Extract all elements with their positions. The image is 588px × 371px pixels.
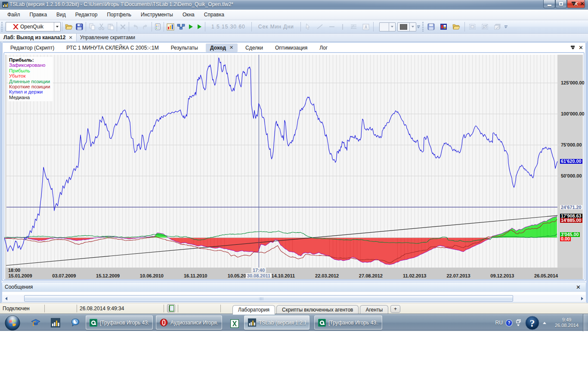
interval-buttons[interactable]: 1 5 15 30 60: [207, 24, 250, 30]
x-axis-date-label: 27.08.2012: [359, 273, 383, 278]
toolbar-separator: [152, 22, 152, 31]
taskbar-button-0[interactable]: [Труфанов Игорь 43...: [86, 315, 153, 330]
pinned-icon-tslab[interactable]: [50, 317, 61, 328]
menu-редактор[interactable]: Редактор: [71, 10, 102, 19]
line-style-combo[interactable]: [379, 22, 396, 31]
panel-menu-icon[interactable]: [571, 46, 575, 50]
tab-menu-icon[interactable]: [572, 2, 576, 6]
tray-question-app-icon[interactable]: ?: [525, 316, 539, 330]
menu-окна[interactable]: Окна: [178, 10, 199, 19]
close-panel-icon[interactable]: ✕: [579, 45, 583, 50]
maximize-button[interactable]: [555, 0, 567, 8]
statusbar-tab-1[interactable]: Скрипты включенных агентов: [276, 305, 359, 315]
taskbar-button-label: TSLab (версия 1.2.16...: [259, 320, 306, 326]
chart-canvas[interactable]: [4, 53, 584, 279]
result-tab-6[interactable]: Лог: [315, 44, 332, 52]
messages-close-icon[interactable]: ✕: [576, 285, 581, 290]
run-button[interactable]: [186, 22, 195, 32]
workspace-tab-0[interactable]: Лаб: Выход из канала12✕: [0, 34, 77, 41]
x-axis-date-label: 15.12.2009: [96, 273, 120, 278]
save-layout-button[interactable]: [425, 22, 437, 32]
quik-icon: [318, 319, 326, 327]
close-tab-icon[interactable]: ✕: [68, 35, 72, 41]
show-hidden-icons-arrow[interactable]: [543, 322, 546, 324]
taskbar-button-3[interactable]: [Труфанов Игорь 43...: [314, 315, 382, 330]
x-axis-date-label: 15.01.2009: [8, 273, 32, 278]
menu-портфель[interactable]: Портфель: [102, 10, 136, 19]
result-tab-1[interactable]: РТС 1 МИНУТА СКЛЕЙКА С 2005:-:1М: [62, 44, 163, 52]
x-axis-date-label: 09.12.2013: [490, 273, 514, 278]
agent-mode-tabs: ЛабораторияСкрипты включенных агентовАге…: [232, 303, 400, 314]
toolbar-separator: [164, 22, 164, 31]
pinned-icon-education[interactable]: [30, 317, 41, 328]
toolbar-separator: [117, 22, 117, 31]
show-desktop-button[interactable]: [583, 314, 588, 331]
result-tab-0[interactable]: Редактор (Скрипт): [6, 44, 59, 52]
scrollbar-thumb[interactable]: [24, 295, 513, 302]
copy-button: [87, 22, 97, 32]
script-diagram-button[interactable]: [176, 22, 186, 32]
horizontal-scrollbar[interactable]: [3, 295, 585, 302]
openquik-provider-combo[interactable]: OpenQuik: [6, 22, 61, 31]
undo-button: [130, 22, 140, 32]
timeframe-unit-buttons[interactable]: Сек Мин Дни: [253, 24, 299, 30]
legend-item: Прибыль: [9, 68, 50, 73]
menu-инструменты[interactable]: Инструменты: [136, 10, 178, 19]
save-button[interactable]: [74, 22, 84, 32]
menu-файл[interactable]: Файл: [3, 10, 25, 19]
tray-window-expand-icon[interactable]: [516, 319, 521, 326]
open-file-button[interactable]: [64, 22, 74, 32]
minimize-button[interactable]: [543, 0, 555, 8]
chart-window-button[interactable]: [165, 22, 176, 32]
provider-dropdown-arrow[interactable]: [54, 22, 60, 31]
cut-button: [97, 22, 106, 32]
statusbar-tab-0[interactable]: Лаборатория: [232, 305, 275, 315]
tslab-app-icon: [2, 2, 8, 8]
x-axis-date-label: 16.11.2010: [184, 273, 207, 278]
taskbar-button-1[interactable]: Аудиозаписи Игоря...: [156, 315, 222, 330]
toolbar-overflow-chevron[interactable]: [417, 25, 420, 28]
result-tab-5[interactable]: Оптимизация: [271, 44, 312, 52]
open-layout-button[interactable]: [450, 22, 463, 32]
trendline-tool-button: [314, 22, 326, 32]
x-axis-date-label: 22.03.2012: [315, 273, 339, 278]
toolbar-overflow-chevron-2[interactable]: [504, 25, 508, 28]
menu-вид[interactable]: Вид: [52, 10, 71, 19]
result-tab-label: Лог: [319, 45, 328, 51]
keyboard-layout-indicator[interactable]: RU: [495, 320, 503, 326]
income-chart[interactable]: 125'000.00100'000.0075'000.0050'000.0061…: [4, 53, 584, 279]
workspace-tabs-controls: ✕: [572, 1, 585, 6]
fibo-tool-button: [347, 22, 360, 32]
taskbar-button-2[interactable]: TSLab (версия 1.2.16...: [244, 315, 309, 330]
color-picker-combo[interactable]: [397, 22, 416, 31]
pinned-icon-excel[interactable]: [229, 318, 240, 329]
result-tab-label: Оптимизация: [275, 45, 307, 51]
start-button[interactable]: [4, 315, 21, 331]
taskbar-button-label: Аудиозаписи Игоря...: [170, 320, 218, 326]
menu-справка[interactable]: Справка: [199, 10, 229, 19]
agent-manager-button[interactable]: [437, 22, 450, 32]
scroll-right-arrow[interactable]: [579, 295, 585, 302]
tray-help-icon[interactable]: ?: [505, 319, 513, 327]
result-tab-2[interactable]: Результаты: [167, 44, 202, 52]
title-bar[interactable]: TSLab (версия 1.2.16.0:32bit) - C:\Users…: [0, 0, 588, 9]
close-tab-icon[interactable]: ✕: [229, 45, 233, 50]
result-tab-3[interactable]: Доход✕: [206, 44, 238, 52]
result-tab-4[interactable]: Сделки: [241, 44, 267, 52]
run-all-button[interactable]: [195, 22, 204, 32]
toolbar-grip: [422, 22, 424, 31]
menu-правка[interactable]: Правка: [25, 10, 52, 19]
clock-time: 9:49: [555, 317, 579, 323]
messages-header[interactable]: Сообщения ✕: [2, 283, 586, 292]
pinned-icon-messenger[interactable]: [70, 317, 81, 328]
workspace-tab-1[interactable]: Управление скриптами: [77, 34, 139, 41]
script-button[interactable]: [153, 22, 162, 32]
statusbar-tab-2[interactable]: Агенты: [360, 305, 388, 315]
scroll-left-arrow[interactable]: [3, 295, 9, 302]
toolbar-separator: [86, 22, 86, 31]
close-workspace-icon[interactable]: ✕: [580, 1, 585, 6]
journal-icon[interactable]: [167, 304, 175, 312]
cursor-date-label: 30.08.2011: [246, 273, 272, 278]
add-agent-tab-button[interactable]: +: [390, 305, 400, 313]
taskbar-clock[interactable]: 9:49 26.08.2014: [555, 317, 579, 328]
